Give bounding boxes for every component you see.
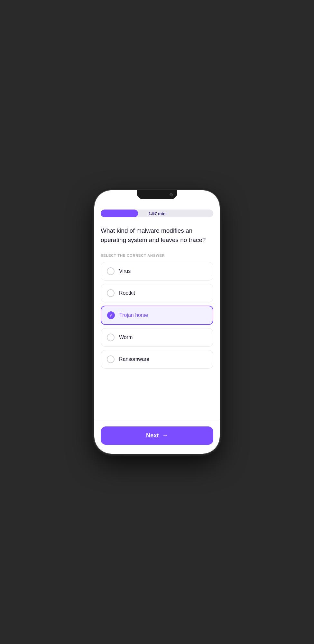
next-button-label: Next <box>146 432 159 439</box>
option-worm[interactable]: ✓ Worm <box>101 328 213 347</box>
next-button[interactable]: Next → <box>101 426 213 445</box>
radio-worm: ✓ <box>107 334 115 341</box>
bottom-area: Next → <box>94 420 220 454</box>
option-rootkit[interactable]: ✓ Rootkit <box>101 284 213 302</box>
option-virus[interactable]: ✓ Virus <box>101 262 213 281</box>
radio-virus: ✓ <box>107 267 115 275</box>
option-ransomware[interactable]: ✓ Ransomware <box>101 350 213 369</box>
progress-bar-container: 1:57 min <box>101 210 213 217</box>
option-label-worm: Worm <box>119 335 133 340</box>
notch <box>137 190 177 199</box>
option-label-rootkit: Rootkit <box>119 290 135 296</box>
section-label: SELECT THE CORRECT ANSWER <box>101 254 213 257</box>
notch-area <box>94 190 220 204</box>
option-label-virus: Virus <box>119 268 131 274</box>
screen-content: 1:57 min What kind of malware modifies a… <box>94 204 220 413</box>
radio-trojan: ✓ <box>107 311 115 319</box>
radio-rootkit: ✓ <box>107 289 115 297</box>
radio-ransomware: ✓ <box>107 355 115 363</box>
camera-icon <box>170 193 173 196</box>
progress-fill <box>101 210 138 217</box>
spacer <box>101 369 213 406</box>
phone-screen: 1:57 min What kind of malware modifies a… <box>94 190 220 454</box>
phone-frame: 1:57 min What kind of malware modifies a… <box>94 190 220 454</box>
options-list: ✓ Virus ✓ Rootkit ✓ Trojan horse <box>101 262 213 369</box>
next-arrow-icon: → <box>162 432 168 439</box>
check-trojan: ✓ <box>109 313 113 318</box>
option-trojan[interactable]: ✓ Trojan horse <box>101 306 213 325</box>
option-label-ransomware: Ransomware <box>119 356 149 362</box>
question-text: What kind of malware modifies an operati… <box>101 226 213 245</box>
timer-display: 1:57 min <box>149 211 166 216</box>
option-label-trojan: Trojan horse <box>119 312 148 318</box>
